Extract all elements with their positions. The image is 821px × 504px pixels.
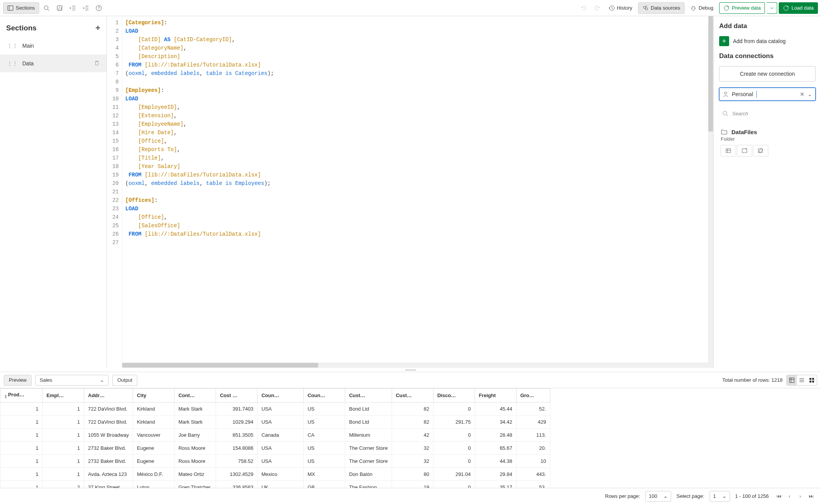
add-from-catalog-button[interactable]: + Add from data catalog (719, 36, 816, 46)
editor-horizontal-scrollbar[interactable] (122, 363, 708, 368)
last-page-button[interactable]: ⏭ (806, 492, 816, 501)
debug-button[interactable]: Debug (686, 2, 718, 14)
search-icon[interactable] (41, 2, 52, 14)
table-cell: US (304, 442, 345, 455)
section-item-data[interactable]: ⋮⋮ Data (0, 55, 106, 72)
editor-vertical-scrollbar[interactable] (708, 16, 713, 368)
table-cell: 1 (0, 455, 43, 468)
column-header[interactable]: Freight (475, 389, 516, 403)
column-header[interactable]: Coun… (258, 389, 304, 403)
drag-handle-icon[interactable]: ⋮⋮ (7, 60, 18, 67)
table-cell: The Corner Store (345, 455, 392, 468)
column-header[interactable]: Disco… (433, 389, 475, 403)
connection-edit-button[interactable] (753, 145, 768, 156)
table-cell: 1 (43, 468, 84, 481)
clear-space-icon[interactable]: ✕ (800, 91, 804, 97)
sections-button[interactable]: Sections (3, 2, 39, 14)
table-cell: Joe Barry (175, 429, 216, 442)
load-icon (783, 5, 789, 11)
svg-point-25 (725, 92, 727, 94)
table-cell: GB (304, 481, 345, 488)
load-data-button[interactable]: Load data (779, 2, 818, 14)
comment-icon[interactable]: // (54, 2, 65, 14)
next-page-button[interactable]: › (796, 492, 805, 501)
connection-type: Folder (721, 136, 814, 142)
table-cell: Kirkland (133, 416, 175, 429)
column-header[interactable]: Coun… (304, 389, 345, 403)
history-icon (608, 5, 615, 11)
rows-per-page-select[interactable]: 100⌄ (645, 491, 671, 502)
table-cell: 0 (433, 403, 475, 416)
outdent-icon[interactable] (80, 2, 91, 14)
table-cell: 32 (392, 455, 433, 468)
data-sources-button[interactable]: Data sources (638, 2, 685, 14)
space-selector[interactable]: Personal ✕ ⌄ (719, 88, 816, 101)
horizontal-splitter[interactable] (0, 368, 821, 372)
delete-section-icon[interactable] (94, 60, 100, 67)
history-button[interactable]: History (604, 2, 637, 14)
view-table-icon[interactable] (787, 375, 797, 385)
table-row[interactable]: 111055 W BroadwayVancouverJoe Barry851.3… (0, 429, 550, 442)
preview-table-select[interactable]: Sales ⌄ (35, 375, 108, 386)
table-row[interactable]: 112732 Baker Blvd.EugeneRoss Moore154.80… (0, 442, 550, 455)
prev-page-button[interactable]: ‹ (785, 492, 794, 501)
table-cell: 758.52 (216, 455, 258, 468)
code-area[interactable]: [Categories]: LOAD [CatID] AS [CatID-Cat… (122, 16, 708, 368)
preview-data-button[interactable]: Preview data (719, 2, 765, 14)
column-header[interactable]: Cust… (345, 389, 392, 403)
table-row[interactable]: 11722 DaVinci Blvd.KirklandMark Stark102… (0, 416, 550, 429)
column-header[interactable]: Addr… (84, 389, 133, 403)
table-cell: 20. (516, 442, 550, 455)
table-row[interactable]: 11Avda. Azteca 123México D.F.Mateo Ortiz… (0, 468, 550, 481)
history-label: History (617, 5, 632, 11)
table-cell: 851.3505 (216, 429, 258, 442)
create-connection-button[interactable]: Create new connection (719, 66, 816, 82)
table-cell: Luton (133, 481, 175, 488)
column-header[interactable]: Empl… (43, 389, 84, 403)
connection-item[interactable]: DataFiles Folder (719, 126, 816, 159)
connections-title: Data connections (719, 52, 816, 60)
table-cell: 1 (43, 403, 84, 416)
table-cell: US (304, 416, 345, 429)
connection-search[interactable]: Search (719, 107, 816, 120)
section-item-main[interactable]: ⋮⋮ Main (0, 37, 106, 55)
drag-handle-icon[interactable]: ⋮⋮ (7, 43, 18, 49)
add-section-button[interactable]: + (95, 23, 100, 33)
table-cell: 1 (0, 442, 43, 455)
sections-label: Sections (16, 5, 35, 11)
view-list-icon[interactable] (797, 375, 807, 385)
svg-text:?: ? (98, 6, 100, 10)
table-cell: MX (304, 468, 345, 481)
preview-dropdown[interactable] (766, 2, 777, 14)
table-row[interactable]: 11722 DaVinci Blvd.KirklandMark Stark391… (0, 403, 550, 416)
connection-insert-button[interactable] (721, 145, 736, 156)
undo-icon[interactable] (578, 2, 590, 14)
table-cell: 1 (0, 468, 43, 481)
script-editor[interactable]: 1234567891011121314151617181920212223242… (107, 16, 713, 368)
help-icon[interactable]: ? (93, 2, 105, 14)
first-page-button[interactable]: ⏮ (774, 492, 783, 501)
preview-table-wrap[interactable]: ▲▼Prod…Empl…Addr…CityCont…Cost …Coun…Cou… (0, 388, 821, 488)
column-header[interactable]: City (133, 389, 175, 403)
column-header[interactable]: ▲▼Prod… (0, 389, 43, 403)
svg-line-27 (726, 115, 728, 116)
column-header[interactable]: Cust… (392, 389, 433, 403)
table-cell: 2732 Baker Blvd. (84, 455, 133, 468)
connection-select-button[interactable] (737, 145, 752, 156)
redo-icon[interactable] (591, 2, 603, 14)
chevron-down-icon[interactable]: ⌄ (808, 91, 812, 97)
tab-preview[interactable]: Preview (4, 375, 32, 386)
table-row[interactable]: 1237 King StreetLutonGreg Thatcher336.85… (0, 481, 550, 488)
view-grid-icon[interactable] (807, 375, 817, 385)
column-header[interactable]: Cost … (216, 389, 258, 403)
table-cell: 0 (433, 429, 475, 442)
column-header[interactable]: Gro… (516, 389, 550, 403)
table-row[interactable]: 112732 Baker Blvd.EugeneRoss Moore758.52… (0, 455, 550, 468)
svg-rect-33 (789, 378, 794, 383)
column-header[interactable]: Cont… (175, 389, 216, 403)
indent-icon[interactable] (67, 2, 78, 14)
page-select[interactable]: 1⌄ (710, 491, 730, 502)
tab-output[interactable]: Output (112, 375, 137, 386)
table-cell: Bond Ltd (345, 416, 392, 429)
table-cell: 429 (516, 416, 550, 429)
